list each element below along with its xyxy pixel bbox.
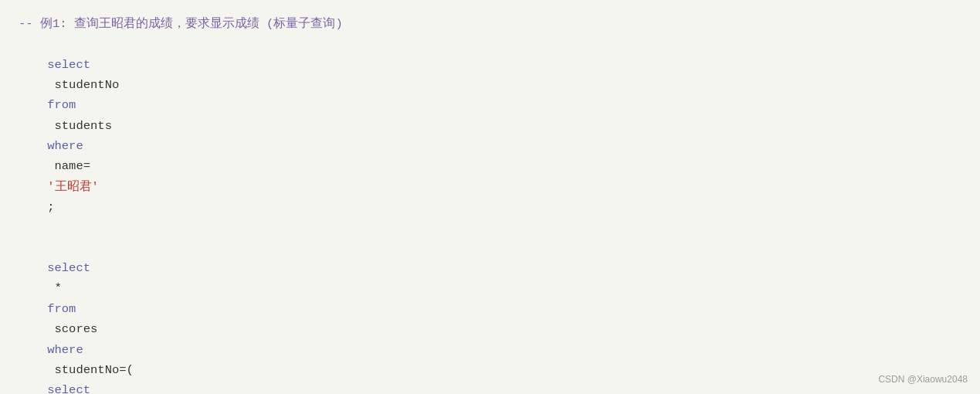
identifier-students-1: students [47,119,119,133]
identifier-studentno-1: studentNo [47,78,126,92]
code-container: -- 例1: 查询王昭君的成绩，要求显示成绩 (标量子查询) select st… [0,0,980,394]
identifier-studentno-2: studentNo=( [47,363,134,377]
identifier-scores-2: scores [47,322,104,336]
comment-line-1: -- 例1: 查询王昭君的成绩，要求显示成绩 (标量子查询) [19,14,961,34]
keyword-where-1: where [47,139,83,153]
operator-semicolon-1: ; [47,200,54,214]
keyword-where-2: where [47,343,83,357]
identifier-name-1: name= [47,159,90,173]
identifier-star-2: * [47,281,69,295]
keyword-select-2b: select [47,383,90,394]
keyword-from-2: from [47,302,76,316]
code-line-1: select studentNo from students where nam… [19,34,961,237]
keyword-from-1: from [47,98,76,112]
code-line-2: select * from scores where studentNo=( s… [19,238,961,394]
string-wangzhaojun-1: '王昭君' [47,180,99,194]
keyword-select-2: select [47,261,90,275]
watermark: CSDN @Xiaowu2048 [878,372,968,388]
keyword-select-1: select [47,58,90,72]
